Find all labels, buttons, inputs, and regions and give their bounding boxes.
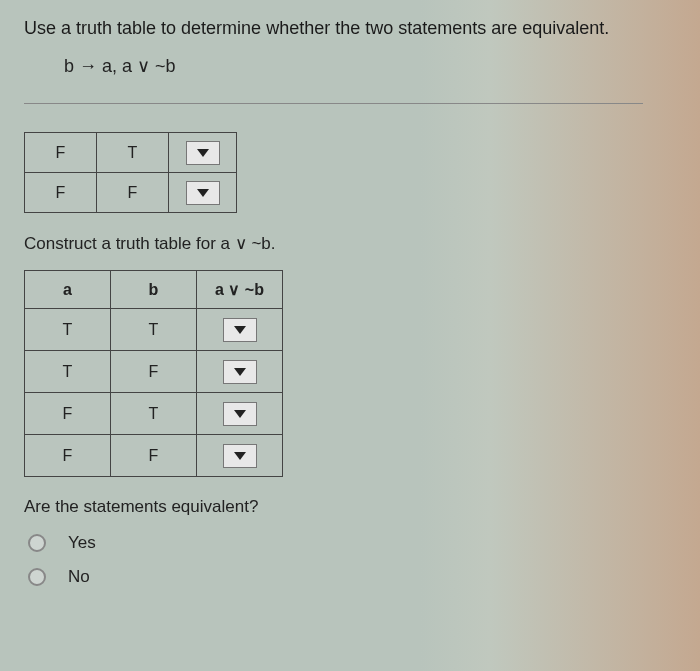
chevron-down-icon [197, 149, 209, 157]
header-a: a [25, 271, 111, 309]
chevron-down-icon [234, 368, 246, 376]
radio-group: Yes No [24, 533, 676, 587]
dropdown-select[interactable] [223, 318, 257, 342]
radio-label: Yes [68, 533, 96, 553]
chevron-down-icon [234, 410, 246, 418]
cell-a: T [25, 351, 111, 393]
cell-b: F [111, 351, 197, 393]
cell-value: F [97, 173, 169, 213]
cell-value: F [25, 173, 97, 213]
partial-truth-table: F T F F [24, 132, 237, 213]
dropdown-select[interactable] [223, 402, 257, 426]
header-expr: a ∨ ~b [197, 271, 283, 309]
dropdown-cell [169, 133, 237, 173]
table-header-row: a b a ∨ ~b [25, 271, 283, 309]
table-row: F T [25, 393, 283, 435]
table-row: T T [25, 309, 283, 351]
header-b: b [111, 271, 197, 309]
divider [24, 103, 643, 104]
table-row: F F [25, 435, 283, 477]
dropdown-select[interactable] [186, 141, 220, 165]
svg-marker-3 [234, 368, 246, 376]
dropdown-cell [197, 351, 283, 393]
chevron-down-icon [197, 189, 209, 197]
dropdown-select[interactable] [223, 444, 257, 468]
cell-b: T [111, 309, 197, 351]
table-row: T F [25, 351, 283, 393]
cell-value: F [25, 133, 97, 173]
chevron-down-icon [234, 326, 246, 334]
svg-marker-5 [234, 452, 246, 460]
table-row: F F [25, 173, 237, 213]
cell-a: F [25, 393, 111, 435]
dropdown-select[interactable] [186, 181, 220, 205]
radio-option-no[interactable]: No [28, 567, 676, 587]
cell-b: T [111, 393, 197, 435]
cell-b: F [111, 435, 197, 477]
radio-label: No [68, 567, 90, 587]
radio-circle-icon [28, 534, 46, 552]
table-row: F T [25, 133, 237, 173]
question-title: Use a truth table to determine whether t… [24, 18, 676, 39]
dropdown-cell [197, 309, 283, 351]
cell-a: T [25, 309, 111, 351]
chevron-down-icon [234, 452, 246, 460]
radio-circle-icon [28, 568, 46, 586]
cell-a: F [25, 435, 111, 477]
instruction-text: Construct a truth table for a ∨ ~b. [24, 233, 676, 254]
truth-table: a b a ∨ ~b T T T F F T F F [24, 270, 283, 477]
formula-expression: b → a, a ∨ ~b [64, 55, 676, 77]
dropdown-select[interactable] [223, 360, 257, 384]
svg-marker-0 [197, 149, 209, 157]
svg-marker-4 [234, 410, 246, 418]
radio-option-yes[interactable]: Yes [28, 533, 676, 553]
dropdown-cell [197, 435, 283, 477]
dropdown-cell [169, 173, 237, 213]
equivalence-question: Are the statements equivalent? [24, 497, 676, 517]
svg-marker-2 [234, 326, 246, 334]
cell-value: T [97, 133, 169, 173]
dropdown-cell [197, 393, 283, 435]
svg-marker-1 [197, 189, 209, 197]
